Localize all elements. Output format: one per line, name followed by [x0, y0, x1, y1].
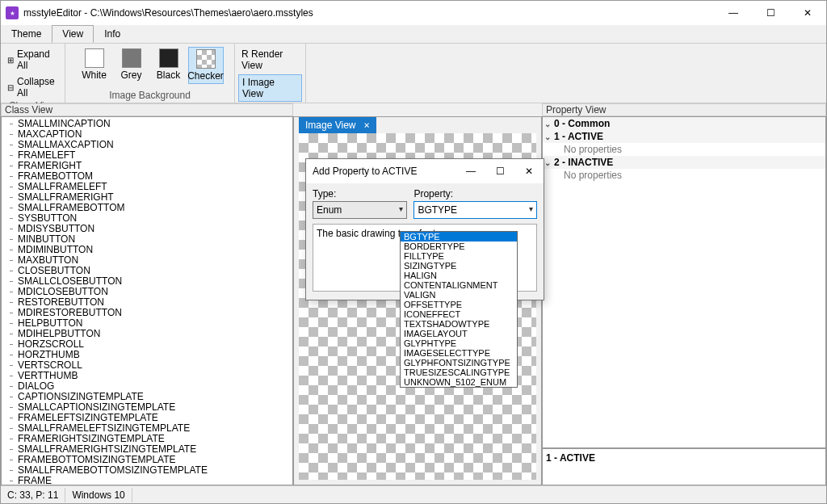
bg-white-label: White	[82, 69, 107, 81]
dropdown-item[interactable]: ICONEFFECT	[401, 309, 517, 319]
bg-white-button[interactable]: White	[77, 47, 112, 82]
status-bar: C: 33, P: 11 Windows 10	[1, 485, 826, 503]
property-group[interactable]: ⌄1 - ACTIVE	[543, 130, 825, 143]
bg-grey-button[interactable]: Grey	[114, 47, 149, 82]
menu-theme[interactable]: Theme	[1, 25, 52, 43]
render-view-label: R Render View	[241, 48, 299, 71]
dropdown-item[interactable]: VALIGN	[401, 290, 517, 300]
no-properties-label: No properties	[544, 170, 622, 181]
property-view-header: Property View	[542, 103, 826, 116]
expand-all-button[interactable]: ⊞Expand All	[4, 47, 61, 73]
menu-info[interactable]: Info	[94, 25, 131, 43]
dropdown-item[interactable]: GLYPHFONTSIZINGTYPE	[401, 358, 517, 368]
chevron-down-icon: ⌄	[544, 132, 554, 141]
maximize-button[interactable]: ☐	[752, 1, 789, 25]
image-view-button[interactable]: I Image View	[238, 74, 302, 102]
dropdown-item[interactable]: IMAGESELECTTYPE	[401, 348, 517, 358]
property-label: Property:	[414, 188, 537, 200]
bg-grey-label: Grey	[120, 69, 141, 81]
dropdown-item[interactable]: TEXTSHADOWTYPE	[401, 319, 517, 329]
image-view-label: I Image View	[242, 77, 298, 99]
ribbon: ⊞Expand All ⊟Collapse All Class View Whi…	[1, 44, 826, 103]
dropdown-item[interactable]: OFFSETTYPE	[401, 300, 517, 309]
grey-swatch-icon	[122, 48, 141, 68]
checker-swatch-icon	[196, 49, 216, 69]
expand-icon: ⊞	[7, 56, 14, 65]
bg-checker-label: Checker	[187, 70, 224, 82]
bg-checker-button[interactable]: Checker	[188, 47, 224, 84]
dialog-close-button[interactable]: ✕	[514, 159, 544, 183]
type-combo[interactable]: Enum	[313, 201, 407, 219]
bg-black-button[interactable]: Black	[151, 47, 187, 82]
dropdown-item[interactable]: SIZINGTYPE	[401, 261, 517, 271]
menu-view[interactable]: View	[52, 25, 94, 43]
dropdown-item[interactable]: GLYPHTYPE	[401, 338, 517, 348]
expand-all-label: Expand All	[17, 48, 58, 71]
dialog-minimize-button[interactable]: —	[456, 159, 485, 183]
status-position: C: 33, P: 11	[1, 488, 65, 502]
property-group[interactable]: ⌄2 - INACTIVE	[543, 156, 825, 169]
class-view-header: Class View	[1, 103, 293, 116]
class-view-pane: SMALLMINCAPTIONMAXCAPTIONSMALLMAXCAPTION…	[1, 116, 293, 485]
dropdown-item[interactable]: CONTENTALIGNMENT	[401, 280, 517, 290]
no-properties-label: No properties	[544, 144, 622, 155]
black-swatch-icon	[159, 48, 178, 68]
bg-black-label: Black	[157, 69, 180, 81]
dropdown-item[interactable]: HALIGN	[401, 271, 517, 280]
window-title: msstyleEditor - C:\Windows\Resources\The…	[23, 7, 313, 19]
dropdown-item[interactable]: FILLTYPE	[401, 251, 517, 261]
minimize-button[interactable]: —	[715, 1, 752, 25]
dialog-maximize-button[interactable]: ☐	[485, 159, 514, 183]
property-group[interactable]: ⌄0 - Common	[543, 117, 825, 130]
dropdown-item[interactable]: TRUESIZESCALINGTYPE	[401, 368, 517, 377]
chevron-down-icon: ⌄	[544, 120, 554, 128]
dialog-title: Add Property to ACTIVE	[313, 166, 417, 177]
tab-close-icon[interactable]: ×	[363, 120, 369, 131]
collapse-all-label: Collapse All	[17, 76, 58, 99]
class-tree-item[interactable]: FRAME	[3, 476, 291, 485]
ribbon-group-imgbg-label: Image Background	[69, 90, 231, 103]
app-icon: ⋆	[6, 6, 19, 19]
menu-bar: Theme View Info	[1, 25, 826, 44]
tab-image-view-label: Image View	[305, 120, 355, 131]
close-button[interactable]: ✕	[789, 1, 826, 25]
dropdown-item[interactable]: UNKNOWN_5102_ENUM	[401, 377, 517, 387]
dropdown-item[interactable]: BORDERTYPE	[401, 242, 517, 251]
render-view-button[interactable]: R Render View	[238, 47, 302, 73]
property-status: 1 - ACTIVE	[542, 448, 826, 485]
dropdown-item[interactable]: BGTYPE	[401, 232, 517, 242]
collapse-icon: ⊟	[7, 83, 14, 92]
property-dropdown[interactable]: BGTYPEBORDERTYPEFILLTYPESIZINGTYPEHALIGN…	[400, 231, 518, 388]
property-combo-value: BGTYPE	[418, 204, 457, 216]
property-combo[interactable]: BGTYPE	[414, 201, 537, 219]
chevron-down-icon: ⌄	[544, 158, 554, 167]
class-tree[interactable]: SMALLMINCAPTIONMAXCAPTIONSMALLMAXCAPTION…	[2, 117, 292, 485]
collapse-all-button[interactable]: ⊟Collapse All	[4, 74, 61, 100]
status-os: Windows 10	[65, 488, 132, 502]
tab-image-view[interactable]: Image View ×	[299, 117, 376, 133]
property-tree[interactable]: ⌄0 - Common⌄1 - ACTIVENo properties⌄2 - …	[542, 116, 826, 448]
dropdown-item[interactable]: IMAGELAYOUT	[401, 329, 517, 338]
type-label: Type:	[313, 188, 407, 200]
white-swatch-icon	[85, 48, 104, 68]
title-bar: ⋆ msstyleEditor - C:\Windows\Resources\T…	[1, 1, 826, 25]
type-combo-value: Enum	[317, 204, 342, 216]
